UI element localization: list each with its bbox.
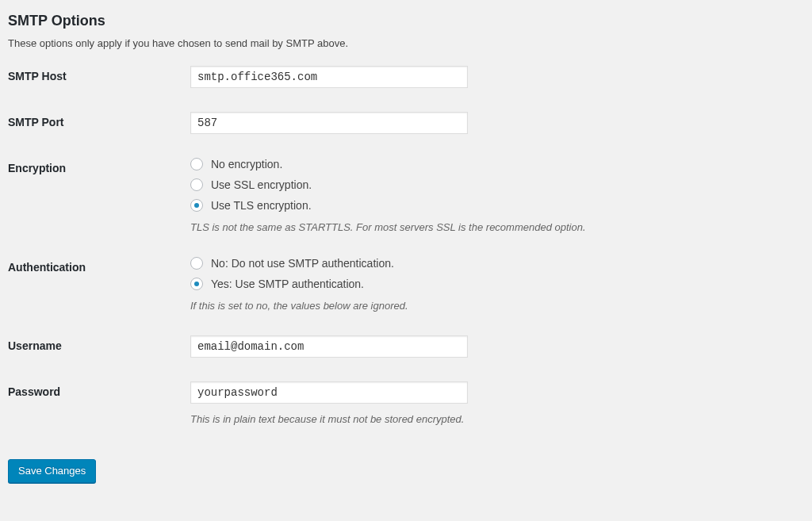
- smtp-port-label: SMTP Port: [8, 100, 182, 146]
- encryption-option-tls[interactable]: Use TLS encryption.: [190, 199, 796, 212]
- radio-icon: [190, 199, 203, 212]
- authentication-option-yes[interactable]: Yes: Use SMTP authentication.: [190, 278, 796, 290]
- encryption-option-ssl[interactable]: Use SSL encryption.: [190, 178, 796, 191]
- section-description: These options only apply if you have cho…: [8, 37, 804, 49]
- smtp-host-input[interactable]: [190, 66, 468, 88]
- password-input[interactable]: [190, 381, 468, 404]
- encryption-description: TLS is not the same as STARTTLS. For mos…: [190, 221, 796, 233]
- authentication-label: Authentication: [8, 245, 182, 324]
- save-changes-button[interactable]: Save Changes: [8, 459, 96, 483]
- username-label: Username: [8, 324, 182, 370]
- encryption-option-ssl-label: Use SSL encryption.: [211, 178, 312, 191]
- radio-icon: [190, 278, 203, 290]
- smtp-port-input[interactable]: [190, 112, 468, 134]
- section-title: SMTP Options: [8, 13, 804, 29]
- password-label: Password: [8, 370, 182, 437]
- encryption-option-tls-label: Use TLS encryption.: [211, 199, 312, 212]
- encryption-label: Encryption: [8, 146, 182, 245]
- radio-icon: [190, 178, 203, 191]
- authentication-option-yes-label: Yes: Use SMTP authentication.: [211, 278, 364, 290]
- authentication-description: If this is set to no, the values below a…: [190, 300, 796, 312]
- smtp-host-label: SMTP Host: [8, 54, 182, 100]
- password-description: This is in plain text because it must no…: [190, 413, 796, 425]
- authentication-option-no-label: No: Do not use SMTP authentication.: [211, 257, 394, 270]
- submit-row: Save Changes: [8, 453, 804, 483]
- radio-icon: [190, 257, 203, 270]
- radio-icon: [190, 158, 203, 170]
- smtp-options-table: SMTP Host SMTP Port Encryption No encryp…: [8, 54, 804, 437]
- encryption-option-none[interactable]: No encryption.: [190, 158, 796, 170]
- encryption-option-none-label: No encryption.: [211, 158, 282, 170]
- username-input[interactable]: [190, 335, 468, 358]
- authentication-option-no[interactable]: No: Do not use SMTP authentication.: [190, 257, 796, 270]
